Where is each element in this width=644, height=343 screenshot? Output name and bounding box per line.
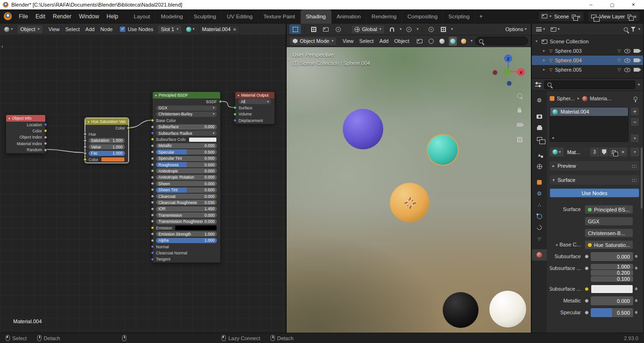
- toolbar-toggle-icon[interactable]: [309, 25, 318, 33]
- expander-icon[interactable]: [536, 40, 539, 43]
- input-socket[interactable]: [233, 113, 237, 116]
- shader-menu-node[interactable]: Node: [98, 26, 116, 32]
- mode-dropdown[interactable]: Object Mode: [289, 37, 337, 46]
- tab-sculpting[interactable]: Sculpting: [189, 9, 222, 24]
- node-object-info[interactable]: Object InfoLocationColorObject IndexMate…: [6, 114, 46, 154]
- filter-icon[interactable]: [631, 27, 636, 32]
- teal-sphere[interactable]: [428, 135, 458, 165]
- prop-dropdown-christensen-b[interactable]: Christensen-B...: [585, 229, 633, 237]
- node-header-object-info[interactable]: Object Info: [6, 115, 45, 122]
- node-field-specular[interactable]: Specular0.500: [156, 149, 217, 155]
- prop-dropdown-hue-saturatio[interactable]: Hue Saturatio...: [585, 240, 633, 249]
- node-field-roughness[interactable]: Roughness0.500: [156, 162, 217, 167]
- properties-tab-data[interactable]: [532, 233, 547, 245]
- node-wire[interactable]: [46, 149, 85, 153]
- input-socket[interactable]: [151, 232, 154, 236]
- shading-solid-button[interactable]: [438, 37, 446, 46]
- input-socket[interactable]: [151, 239, 154, 242]
- properties-tab-view-layer[interactable]: [532, 133, 547, 145]
- viewport-menu-view[interactable]: View: [339, 38, 356, 44]
- properties-scrollbar[interactable]: [641, 147, 643, 209]
- black-sphere[interactable]: [443, 292, 479, 328]
- transform-pivot-icon[interactable]: [333, 25, 343, 33]
- navigation-gizmo[interactable]: Z X: [490, 51, 526, 87]
- node-dropdown-subsurface-radius[interactable]: Subsurface Radius: [156, 131, 217, 136]
- output-socket[interactable]: [44, 136, 47, 139]
- shader-type-dropdown[interactable]: Object: [17, 25, 43, 34]
- shader-menu-view[interactable]: View: [46, 26, 63, 32]
- node-field-sheen[interactable]: Sheen0.000: [156, 181, 217, 186]
- maximize-button[interactable]: [602, 0, 623, 9]
- shading-material-button[interactable]: [449, 37, 457, 46]
- node-field-subsurface[interactable]: Subsurface0.000: [156, 124, 217, 130]
- input-socket[interactable]: [83, 158, 87, 161]
- outliner-row-sphere-004[interactable]: Sphere.004: [532, 56, 643, 65]
- close-button[interactable]: [623, 0, 644, 9]
- tab-modeling[interactable]: Modeling: [156, 9, 189, 24]
- slot-list-expander-icon[interactable]: [553, 136, 554, 140]
- color-swatch-subsurface-colo[interactable]: [189, 137, 217, 142]
- browse-material-icon[interactable]: [185, 27, 196, 32]
- node-field-alpha[interactable]: Alpha1.000: [156, 238, 217, 243]
- node-field-emission-strength[interactable]: Emission Strength1.000: [156, 231, 217, 237]
- pin-icon[interactable]: [634, 97, 637, 100]
- viewport-canvas[interactable]: User Perspective (1) Scene Collection | …: [287, 47, 531, 333]
- snap-button[interactable]: [388, 25, 397, 33]
- input-socket[interactable]: [151, 201, 154, 204]
- node-field-specular-tint[interactable]: Specular Tint0.000: [156, 156, 217, 161]
- animate-dot-icon[interactable]: [635, 267, 638, 270]
- shading-wireframe-button[interactable]: [427, 37, 435, 46]
- input-socket[interactable]: [151, 258, 154, 261]
- region-toggle-icon[interactable]: [1, 44, 3, 49]
- tab-uv-editing[interactable]: UV Editing: [222, 9, 258, 24]
- collapse-icon[interactable]: [8, 117, 10, 120]
- input-socket[interactable]: [151, 163, 154, 166]
- show-overlays-button[interactable]: [439, 25, 448, 33]
- input-socket[interactable]: [151, 220, 154, 223]
- shader-canvas[interactable]: Material.004 Object InfoLocationColorObj…: [0, 35, 286, 333]
- menu-file[interactable]: File: [15, 13, 32, 20]
- properties-tab-particles[interactable]: [532, 199, 547, 211]
- prop-field-subsurface[interactable]: 0.000: [591, 252, 633, 261]
- unlink-material-button[interactable]: [618, 147, 627, 156]
- properties-tab-material[interactable]: [532, 249, 547, 261]
- unlink-scene-icon[interactable]: [578, 14, 581, 19]
- tab-animation[interactable]: Animation: [331, 9, 366, 24]
- axis-x-negative[interactable]: [493, 70, 498, 75]
- node-field-fac[interactable]: Fac1.000: [89, 151, 125, 156]
- prop-field-specular[interactable]: 0.500: [591, 308, 633, 317]
- filter-options-icon[interactable]: [638, 83, 640, 87]
- unlink-material-icon[interactable]: [233, 26, 237, 32]
- breadcrumb-object[interactable]: Spher...: [557, 96, 575, 101]
- input-socket[interactable]: [151, 251, 154, 254]
- shader-menu-select[interactable]: Select: [62, 26, 83, 32]
- node-dropdown-ggx[interactable]: GGX: [156, 106, 217, 111]
- viewport-menu-select[interactable]: Select: [356, 38, 377, 44]
- viewport-menu-object[interactable]: Object: [391, 38, 412, 44]
- transform-orientation-dropdown[interactable]: Global: [351, 25, 385, 34]
- node-header-material-output[interactable]: Material Output: [235, 92, 274, 98]
- drag-handle-icon[interactable]: [632, 179, 636, 182]
- outliner-row-sphere-005[interactable]: Sphere.005: [532, 65, 643, 74]
- purple-sphere[interactable]: [343, 109, 383, 149]
- input-socket[interactable]: [151, 169, 154, 172]
- disable-in-renders-icon[interactable]: [634, 58, 639, 62]
- shader-menu-add[interactable]: Add: [83, 26, 98, 32]
- menu-edit[interactable]: Edit: [32, 13, 49, 20]
- shading-rendered-button[interactable]: [460, 37, 468, 46]
- slot-dropdown[interactable]: Slot 1: [157, 25, 182, 34]
- tab-rendering[interactable]: Rendering: [366, 9, 402, 24]
- overlays-settings-icon[interactable]: [451, 27, 453, 31]
- animate-dot-icon[interactable]: [635, 299, 638, 302]
- perspective-toggle-widget[interactable]: [515, 135, 524, 144]
- xray-toggle-button[interactable]: [415, 37, 424, 45]
- use-nodes-button[interactable]: Use Nodes: [550, 188, 639, 197]
- new-material-button[interactable]: [609, 147, 618, 156]
- node-principled-bsdf[interactable]: Principled BSDFBSDFGGXChristensen-Burley…: [152, 91, 221, 263]
- active-tool-select-box-button[interactable]: [289, 24, 301, 34]
- prop-field-metallic[interactable]: 0.000: [591, 296, 633, 305]
- prop-vector-field[interactable]: 1.000: [591, 264, 633, 270]
- viewport-menu-add[interactable]: Add: [377, 38, 392, 44]
- browse-material-button[interactable]: [550, 147, 564, 156]
- properties-tab-physics[interactable]: [532, 211, 547, 222]
